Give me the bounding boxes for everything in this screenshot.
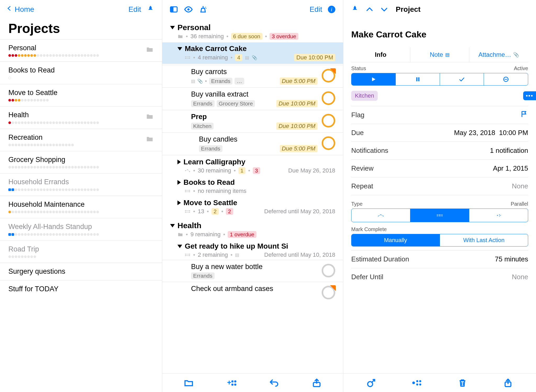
task-row[interactable]: Buy a new water bottle Errands — [162, 260, 343, 282]
remaining-label: 36 remaining — [191, 33, 224, 40]
goto-project-icon[interactable] — [366, 378, 377, 388]
complete-last-action-button[interactable]: With Last Action — [440, 234, 528, 246]
flag-row[interactable]: Flag — [351, 106, 528, 124]
project-row-personal[interactable]: Personal — [0, 39, 162, 61]
due-label: Due May 26, 2018 — [288, 167, 335, 174]
task-row[interactable]: Buy carrots ▤ 📎 • Errands … Due 5:00 PM — [162, 65, 343, 87]
tab-note[interactable]: Note▤ — [410, 47, 470, 62]
project-title: Make Carrot Cake — [185, 44, 247, 53]
pin-icon[interactable] — [145, 4, 156, 15]
review-row[interactable]: Review Apr 1, 2015 — [351, 159, 528, 177]
type-parallel-button[interactable] — [410, 209, 469, 222]
svg-point-29 — [189, 212, 190, 213]
project-seattle[interactable]: Move to Seattle • 13 • 2 • 2 Deferred un… — [162, 196, 343, 216]
section-health[interactable]: Health • 9 remaining • 1 overdue — [162, 216, 343, 239]
estimated-duration-row[interactable]: Estimated Duration 75 minutes — [351, 250, 528, 268]
project-row-roadtrip[interactable]: Road Trip — [0, 240, 162, 263]
chevron-up-icon[interactable] — [364, 4, 375, 15]
trash-icon[interactable] — [457, 378, 468, 388]
folder-icon — [177, 33, 183, 39]
tag-chip[interactable]: Kitchen — [351, 91, 378, 101]
status-value: Active — [514, 65, 528, 71]
convert-icon[interactable] — [412, 378, 422, 388]
project-title: Learn Calligraphy — [183, 158, 245, 166]
project-row-surgery[interactable]: Surgery questions — [0, 263, 162, 280]
status-active-button[interactable] — [351, 73, 396, 85]
flag-icon[interactable] — [520, 110, 528, 120]
task-row[interactable]: Buy candles Errands Due 5:00 PM — [162, 132, 343, 155]
project-row-health[interactable]: Health — [0, 106, 162, 128]
type-sequential-button[interactable] — [351, 209, 410, 222]
section-title: Health — [177, 221, 202, 230]
new-item-icon[interactable]: + — [226, 378, 237, 388]
project-row-grocery[interactable]: Grocery Shopping — [0, 151, 162, 173]
svg-point-60 — [442, 216, 443, 216]
task-checkbox[interactable] — [322, 69, 335, 82]
project-name: Grocery Shopping — [8, 155, 154, 164]
task-checkbox[interactable] — [322, 136, 335, 150]
edit-button[interactable]: Edit — [129, 5, 141, 14]
project-row-maintenance[interactable]: Household Maintenance — [0, 196, 162, 218]
task-checkbox[interactable] — [322, 114, 335, 127]
status-dropped-button[interactable] — [484, 73, 528, 85]
defer-until-row[interactable]: Defer Until None — [351, 268, 528, 286]
due-date-value: May 23, 2018 — [454, 129, 495, 137]
project-mount-si[interactable]: Get ready to hike up Mount Si • 2 remain… — [162, 239, 343, 260]
project-carrot-cake[interactable]: Make Carrot Cake • 4 remaining • 4 ▤ 📎 D… — [162, 42, 343, 64]
overdue-pill: 1 overdue — [228, 231, 256, 238]
row-label: Notifications — [351, 147, 388, 155]
undo-icon[interactable] — [269, 378, 279, 388]
due-row[interactable]: Due May 23, 2018 10:00 PM — [351, 124, 528, 142]
disclosure-triangle-icon[interactable] — [177, 245, 182, 248]
back-button[interactable]: Home — [15, 5, 34, 14]
more-tags-button[interactable]: ••• — [523, 91, 536, 100]
share-icon[interactable] — [311, 378, 322, 388]
status-paused-button[interactable] — [396, 73, 440, 85]
disclosure-triangle-icon[interactable] — [177, 180, 181, 185]
project-row-errands[interactable]: Household Errands — [0, 173, 162, 195]
share-icon[interactable] — [503, 378, 513, 388]
tab-attachments[interactable]: Attachme…📎 — [469, 47, 528, 62]
project-books[interactable]: Books to Read • no remaining items — [162, 176, 343, 196]
disclosure-triangle-icon[interactable] — [177, 47, 182, 51]
project-row-books[interactable]: Books to Read — [0, 61, 162, 84]
due-label: Due 10:00 PM — [276, 100, 317, 107]
svg-point-11 — [189, 56, 190, 57]
svg-point-68 — [416, 383, 418, 385]
chevron-down-icon[interactable] — [379, 4, 389, 15]
progress-dots — [8, 54, 143, 57]
notifications-row[interactable]: Notifications 1 notification — [351, 142, 528, 159]
disclosure-triangle-icon[interactable] — [177, 160, 181, 164]
cleanup-icon[interactable] — [198, 4, 208, 15]
pin-icon[interactable] — [350, 4, 360, 15]
disclosure-triangle-icon[interactable] — [170, 224, 175, 227]
project-row-recreation[interactable]: Recreation — [0, 129, 162, 151]
task-checkbox[interactable] — [322, 264, 335, 277]
outline-edit-button[interactable]: Edit — [310, 5, 322, 14]
project-row-standup[interactable]: Weekly All-Hands Standup — [0, 218, 162, 240]
parallel-project-icon — [185, 188, 191, 194]
mark-complete-segmented: Manually With Last Action — [351, 234, 528, 247]
task-checkbox[interactable] — [322, 286, 335, 299]
tab-info[interactable]: Info — [351, 47, 410, 62]
disclosure-triangle-icon[interactable] — [177, 200, 181, 205]
task-row[interactable]: Prep Kitchen Due 10:00 PM — [162, 110, 343, 132]
task-row[interactable]: Buy vanilla extract Errands Grocery Stor… — [162, 87, 343, 110]
back-chevron-icon[interactable] — [6, 4, 12, 14]
repeat-row[interactable]: Repeat None — [351, 177, 528, 195]
task-checkbox[interactable] — [322, 91, 335, 105]
complete-manually-button[interactable]: Manually — [351, 234, 440, 246]
view-icon[interactable] — [183, 4, 194, 15]
section-personal[interactable]: Personal • 36 remaining • 6 due soon • 3… — [162, 21, 343, 41]
type-single-button[interactable] — [469, 209, 528, 222]
sidebar-toggle-icon[interactable] — [169, 4, 179, 15]
info-icon[interactable]: i — [326, 4, 337, 15]
new-folder-icon[interactable] — [183, 378, 194, 388]
project-row-today[interactable]: Stuff for TODAY — [0, 280, 162, 298]
project-row-seattle[interactable]: Move to Seattle — [0, 84, 162, 106]
project-calligraphy[interactable]: Learn Calligraphy • 30 remaining • 1 • 3… — [162, 155, 343, 176]
disclosure-triangle-icon[interactable] — [170, 26, 175, 29]
status-done-button[interactable] — [440, 73, 484, 85]
row-value: None — [512, 182, 528, 190]
task-row[interactable]: Check out armband cases — [162, 282, 343, 302]
